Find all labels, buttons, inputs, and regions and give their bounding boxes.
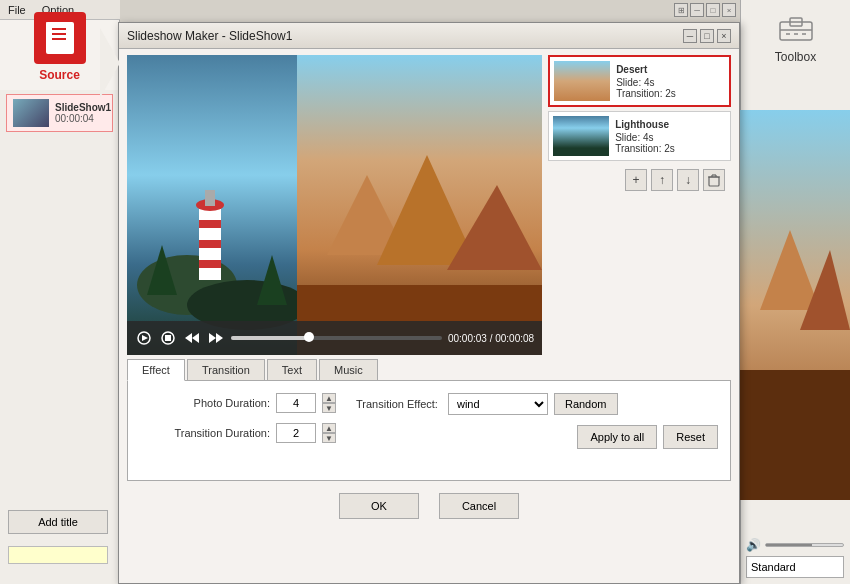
video-controls: 00:00:03 / 00:00:08 <box>127 321 542 355</box>
svg-rect-19 <box>199 220 221 228</box>
window-titlebar: Slideshow Maker - SlideShow1 ─ □ × <box>119 23 739 49</box>
slide-duration-2: Slide: 4s <box>615 132 675 143</box>
slideshow-item[interactable]: SlideShow1 00:00:04 <box>6 94 113 132</box>
main-close-button[interactable]: × <box>722 3 736 17</box>
tab-text[interactable]: Text <box>267 359 317 380</box>
move-up-button[interactable]: ↑ <box>651 169 673 191</box>
slide-duration-1: Slide: 4s <box>616 77 676 88</box>
reset-button[interactable]: Reset <box>663 425 718 449</box>
random-button[interactable]: Random <box>554 393 618 415</box>
svg-marker-32 <box>142 335 148 341</box>
time-display: 00:00:03 / 00:00:08 <box>448 333 534 344</box>
right-preview-panel <box>740 110 850 500</box>
slide-transition-2: Transition: 2s <box>615 143 675 154</box>
slide-thumbnail-lighthouse <box>553 116 609 156</box>
standard-select[interactable]: Standard <box>746 556 844 578</box>
slideshow-time: 00:00:04 <box>55 113 111 124</box>
svg-rect-1 <box>48 22 70 50</box>
slide-name-2: Lighthouse <box>615 119 675 130</box>
bottom-text-input[interactable] <box>8 546 108 564</box>
tab-effect[interactable]: Effect <box>127 359 185 381</box>
video-area: 00:00:03 / 00:00:08 Desert Slide: 4s Tra… <box>127 55 731 355</box>
volume-slider[interactable] <box>765 543 844 547</box>
slide-item[interactable]: Lighthouse Slide: 4s Transition: 2s <box>548 111 731 161</box>
svg-rect-21 <box>199 260 221 268</box>
main-window-controls: ⊞ ─ □ × <box>674 3 736 17</box>
svg-marker-36 <box>192 333 199 343</box>
transition-duration-label: Transition Duration: <box>140 427 270 439</box>
right-sidebar: Toolbox 🔊 <box>740 0 850 584</box>
transition-effect-row: Transition Effect: wind fade slide Rando… <box>356 393 718 415</box>
volume-row: 🔊 <box>746 538 844 552</box>
menu-file[interactable]: File <box>4 3 30 17</box>
forward-button[interactable] <box>207 329 225 347</box>
tab-transition[interactable]: Transition <box>187 359 265 380</box>
window-close-button[interactable]: × <box>717 29 731 43</box>
add-title-button[interactable]: Add title <box>8 510 108 534</box>
photo-duration-spinner: ▲ ▼ <box>322 393 336 413</box>
transition-effect-select[interactable]: wind fade slide <box>448 393 548 415</box>
slideshow-info: SlideShow1 00:00:04 <box>55 102 111 124</box>
slideshow-maker-window: Slideshow Maker - SlideShow1 ─ □ × <box>118 22 740 584</box>
transition-duration-up[interactable]: ▲ <box>322 423 336 433</box>
effect-left-column: Photo Duration: ▲ ▼ Transition Duration:… <box>140 393 336 453</box>
delete-slide-button[interactable] <box>703 169 725 191</box>
effect-right-column: Transition Effect: wind fade slide Rando… <box>356 393 718 453</box>
tabs-area: Effect Transition Text Music Photo Durat… <box>127 359 731 481</box>
photo-duration-row: Photo Duration: ▲ ▼ <box>140 393 336 413</box>
photo-duration-label: Photo Duration: <box>140 397 270 409</box>
slide-name-1: Desert <box>616 64 676 75</box>
apply-to-all-button[interactable]: Apply to all <box>577 425 657 449</box>
right-sidebar-bottom: 🔊 Standard <box>740 532 850 584</box>
main-minimize-button[interactable]: ─ <box>690 3 704 17</box>
transition-duration-down[interactable]: ▼ <box>322 433 336 443</box>
window-maximize-button[interactable]: □ <box>700 29 714 43</box>
toolbox-icon <box>776 10 816 46</box>
volume-icon: 🔊 <box>746 538 761 552</box>
rewind-button[interactable] <box>183 329 201 347</box>
source-label: Source <box>39 68 80 82</box>
photo-duration-down[interactable]: ▼ <box>322 403 336 413</box>
slide-item[interactable]: Desert Slide: 4s Transition: 2s <box>548 55 731 107</box>
slide-toolbar: + ↑ ↓ <box>548 165 731 195</box>
add-slide-button[interactable]: + <box>625 169 647 191</box>
svg-rect-34 <box>165 335 171 341</box>
source-icon[interactable] <box>34 12 86 64</box>
video-right-scene <box>297 55 542 355</box>
toolbox-header: Toolbox <box>741 0 850 70</box>
left-sidebar: File Option Source SlideShow1 00:00:04 A… <box>0 0 120 584</box>
svg-marker-37 <box>209 333 216 343</box>
tab-music[interactable]: Music <box>319 359 378 380</box>
main-maximize-button[interactable]: □ <box>706 3 720 17</box>
play-button[interactable] <box>135 329 153 347</box>
svg-marker-38 <box>216 333 223 343</box>
main-restore-button[interactable]: ⊞ <box>674 3 688 17</box>
stop-button[interactable] <box>159 329 177 347</box>
photo-duration-up[interactable]: ▲ <box>322 393 336 403</box>
breadcrumb-arrow <box>100 28 120 98</box>
move-down-button[interactable]: ↓ <box>677 169 699 191</box>
progress-knob[interactable] <box>304 332 314 342</box>
slide-list: Desert Slide: 4s Transition: 2s Lighthou… <box>548 55 731 355</box>
slideshow-name: SlideShow1 <box>55 102 111 113</box>
window-minimize-button[interactable]: ─ <box>683 29 697 43</box>
dialog-buttons: OK Cancel <box>119 481 739 531</box>
ok-button[interactable]: OK <box>339 493 419 519</box>
progress-bar[interactable] <box>231 336 442 340</box>
svg-rect-20 <box>199 240 221 248</box>
tab-content-effect: Photo Duration: ▲ ▼ Transition Duration:… <box>127 381 731 481</box>
svg-rect-39 <box>709 177 719 186</box>
svg-marker-35 <box>185 333 192 343</box>
video-player: 00:00:03 / 00:00:08 <box>127 55 542 355</box>
photo-duration-input[interactable] <box>276 393 316 413</box>
svg-rect-5 <box>780 22 812 40</box>
right-preview-image <box>740 110 850 500</box>
progress-fill <box>231 336 309 340</box>
svg-rect-14 <box>740 370 850 500</box>
cancel-button[interactable]: Cancel <box>439 493 519 519</box>
slide-details-2: Lighthouse Slide: 4s Transition: 2s <box>615 119 675 154</box>
slideshow-thumbnail <box>13 99 49 127</box>
slide-thumbnail-desert <box>554 61 610 101</box>
svg-rect-23 <box>205 190 215 206</box>
transition-duration-input[interactable] <box>276 423 316 443</box>
